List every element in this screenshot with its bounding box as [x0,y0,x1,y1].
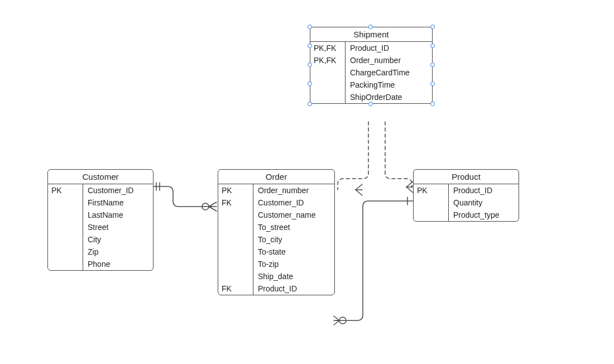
key-cell: PK [218,184,253,197]
key-cell: PK,FK [310,42,346,54]
key-cell: PK [414,184,449,197]
svg-line-14 [406,181,413,187]
selection-handle[interactable] [308,25,312,29]
svg-line-11 [356,184,362,190]
svg-line-9 [334,320,339,325]
entity-title: Customer [48,170,153,184]
field-cell: Product_type [449,209,519,221]
field-cell: Customer_name [253,209,335,221]
key-cell [48,233,83,246]
key-cell [310,66,346,79]
field-cell: PackingTime [346,79,433,91]
entity-title: Product [414,170,519,184]
key-cell [48,258,83,270]
field-cell: Customer_ID [83,184,154,197]
entity-fields: PKProduct_ID Quantity Product_type [414,184,519,221]
field-cell: Phone [83,258,154,270]
key-cell [48,221,83,233]
field-cell: ShipOrderDate [346,91,433,103]
field-cell: ChargeCardTime [346,66,433,79]
field-cell: LastName [83,209,154,221]
selection-handle[interactable] [308,102,312,106]
field-cell: Order_number [346,54,433,66]
key-cell: PK,FK [310,54,346,66]
entity-title: Shipment [310,27,432,42]
field-cell: Order_number [253,184,335,197]
key-cell [218,209,253,221]
key-cell: FK [218,197,253,209]
field-cell: Product_ID [449,184,519,197]
entity-fields: PK,FKProduct_ID PK,FKOrder_number Charge… [310,42,432,103]
key-cell: FK [218,282,253,295]
key-cell [414,197,449,209]
key-cell [218,246,253,258]
key-cell [310,79,346,91]
field-cell: To-zip [253,258,335,270]
entity-product[interactable]: Product PKProduct_ID Quantity Product_ty… [413,169,519,222]
svg-line-5 [209,207,217,211]
selection-handle[interactable] [430,82,435,86]
svg-line-16 [406,187,413,193]
entity-fields: PKCustomer_ID FirstName LastName Street … [48,184,153,270]
svg-point-6 [339,317,346,324]
key-cell [218,221,253,233]
key-cell [414,209,449,221]
field-cell: Ship_date [253,270,335,282]
entity-customer[interactable]: Customer PKCustomer_ID FirstName LastNam… [47,169,154,271]
key-cell [48,197,83,209]
selection-handle[interactable] [430,44,435,48]
selection-handle[interactable] [308,63,312,67]
field-cell: FirstName [83,197,154,209]
selection-handle[interactable] [368,102,373,106]
field-cell: Customer_ID [253,197,335,209]
key-cell [218,270,253,282]
key-cell [218,258,253,270]
field-cell: City [83,233,154,246]
selection-handle[interactable] [430,63,435,67]
key-cell [310,91,346,103]
selection-handle[interactable] [368,25,373,29]
svg-line-13 [356,190,362,195]
key-cell [48,246,83,258]
field-cell: To_city [253,233,335,246]
svg-line-3 [209,202,217,207]
field-cell: Street [83,221,154,233]
entity-order[interactable]: Order PKOrder_number FKCustomer_ID Custo… [218,169,335,295]
key-cell [48,209,83,221]
field-cell: To-state [253,246,335,258]
entity-fields: PKOrder_number FKCustomer_ID Customer_na… [218,184,334,295]
selection-handle[interactable] [430,102,435,106]
diagram-canvas[interactable]: Customer PKCustomer_ID FirstName LastNam… [0,0,614,364]
key-cell [218,233,253,246]
svg-line-7 [334,316,339,320]
selection-handle[interactable] [308,82,312,86]
entity-title: Order [218,170,334,184]
key-cell: PK [48,184,83,197]
svg-point-2 [202,203,209,210]
field-cell: Product_ID [346,42,433,54]
field-cell: To_street [253,221,335,233]
selection-handle[interactable] [308,44,312,48]
selection-handle[interactable] [430,25,435,29]
field-cell: Zip [83,246,154,258]
entity-shipment[interactable]: Shipment PK,FKProduct_ID PK,FKOrder_numb… [310,27,433,104]
field-cell: Quantity [449,197,519,209]
field-cell: Product_ID [253,282,335,295]
